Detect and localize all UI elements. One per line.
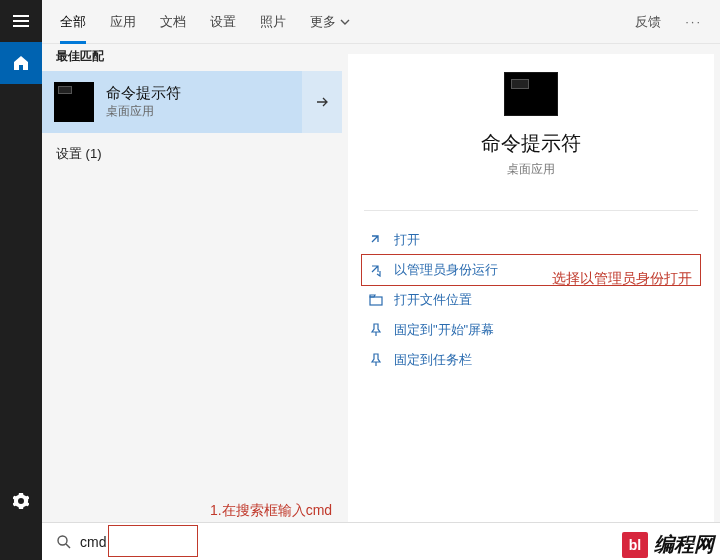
best-match-label: 最佳匹配 [42,44,342,71]
body-split: 最佳匹配 命令提示符 桌面应用 设置 (1) 命令提示符 桌面应用 [42,44,720,560]
hamburger-menu-button[interactable] [0,0,42,42]
settings-button[interactable] [0,480,42,522]
actions-list: 打开 以管理员身份运行 打开文件位置 [348,225,714,375]
preview-title: 命令提示符 [348,130,714,157]
svg-point-4 [58,536,67,545]
rail-top [0,0,42,84]
result-title: 命令提示符 [106,84,302,103]
admin-icon [368,262,384,278]
settings-results-label[interactable]: 设置 (1) [42,135,342,173]
watermark-text: 编程网 [654,531,714,558]
cmd-icon [54,82,94,122]
chevron-down-icon [340,17,350,27]
tab-all[interactable]: 全部 [60,0,86,44]
result-subtitle: 桌面应用 [106,103,302,120]
more-options-button[interactable]: ··· [685,14,702,29]
arrow-right-icon [314,94,330,110]
preview-pane: 命令提示符 桌面应用 打开 以管理员身份运行 [348,54,714,560]
main-area: 全部 应用 文档 设置 照片 更多 反馈 ··· 最佳匹配 命令提示符 桌面应用 [42,0,720,560]
preview-cmd-icon [504,72,558,116]
svg-rect-1 [13,20,29,22]
folder-icon [368,292,384,308]
tab-settings[interactable]: 设置 [210,0,236,44]
tab-photos[interactable]: 照片 [260,0,286,44]
menu-icon [13,13,29,29]
action-open-label: 打开 [394,231,420,249]
svg-rect-2 [13,25,29,27]
search-bar [42,522,720,560]
results-pane: 最佳匹配 命令提示符 桌面应用 设置 (1) [42,44,342,560]
gear-icon [13,493,29,509]
watermark: bl 编程网 [622,531,714,558]
result-expand-button[interactable] [302,71,342,133]
svg-rect-0 [13,15,29,17]
feedback-link[interactable]: 反馈 [635,13,661,31]
action-pin-start[interactable]: 固定到"开始"屏幕 [362,315,700,345]
tab-documents[interactable]: 文档 [160,0,186,44]
tab-apps[interactable]: 应用 [110,0,136,44]
action-run-admin-label: 以管理员身份运行 [394,261,498,279]
preview-subtitle: 桌面应用 [348,161,714,178]
tabs-row: 全部 应用 文档 设置 照片 更多 反馈 ··· [42,0,720,44]
left-rail [0,0,42,560]
open-icon [368,232,384,248]
svg-rect-3 [370,297,382,305]
action-open[interactable]: 打开 [362,225,700,255]
home-button[interactable] [0,42,42,84]
tab-more-label: 更多 [310,13,336,31]
search-icon [56,534,72,550]
window-root: 全部 应用 文档 设置 照片 更多 反馈 ··· 最佳匹配 命令提示符 桌面应用 [0,0,720,560]
divider [364,210,698,211]
watermark-badge: bl [622,532,648,558]
result-cmd[interactable]: 命令提示符 桌面应用 [42,71,342,133]
home-icon [13,55,29,71]
action-run-admin[interactable]: 以管理员身份运行 [362,255,700,285]
action-open-location[interactable]: 打开文件位置 [362,285,700,315]
search-inner [48,527,348,557]
search-input[interactable] [80,534,340,550]
action-open-location-label: 打开文件位置 [394,291,472,309]
action-pin-start-label: 固定到"开始"屏幕 [394,321,494,339]
result-text: 命令提示符 桌面应用 [106,84,302,120]
svg-line-5 [66,544,70,548]
pin-taskbar-icon [368,352,384,368]
pin-start-icon [368,322,384,338]
tab-more[interactable]: 更多 [310,0,350,44]
action-pin-taskbar[interactable]: 固定到任务栏 [362,345,700,375]
action-pin-taskbar-label: 固定到任务栏 [394,351,472,369]
